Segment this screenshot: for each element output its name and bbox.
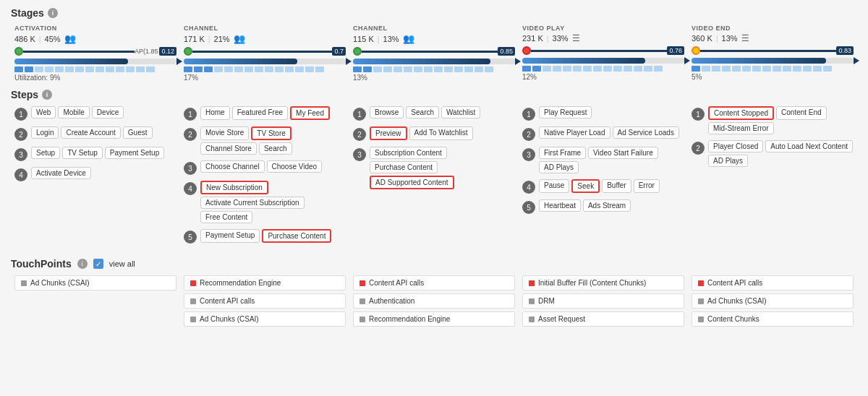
tag-search2[interactable]: Search [406, 106, 439, 119]
tag-payment-setup2[interactable]: Payment Setup [200, 229, 260, 243]
step-tags: Play Request [539, 106, 592, 119]
tag-tv-store[interactable]: TV Store [251, 126, 291, 140]
tp-item-drm[interactable]: DRM [522, 293, 684, 309]
step-tags: Setup TV Setup Payment Setup [31, 147, 164, 159]
tag-first-frame[interactable]: First Frame [539, 147, 586, 159]
tp-dot [190, 317, 196, 322]
tag-preview[interactable]: Preview [370, 126, 407, 140]
steps-info-icon[interactable]: i [42, 90, 52, 100]
dot [414, 66, 422, 72]
tag-subscription-content[interactable]: Subscription Content [370, 147, 447, 159]
tag-payment-setup[interactable]: Payment Setup [105, 147, 164, 159]
tag-featured-free[interactable]: Featured Free [232, 106, 288, 120]
tag-movie-store[interactable]: Movie Store [200, 126, 249, 140]
tp-item-content-chunks[interactable]: Content Chunks [692, 311, 854, 327]
dot [214, 66, 223, 72]
tag-pause[interactable]: Pause [539, 179, 569, 193]
tag-native-player-load[interactable]: Native Player Load [539, 126, 610, 139]
tag-channel-store[interactable]: Channel Store [200, 142, 257, 155]
tp-item-asset-request[interactable]: Asset Request [522, 311, 684, 327]
tag-content-end[interactable]: Content End [776, 106, 827, 120]
tag-content-stopped[interactable]: Content Stopped [708, 106, 774, 120]
step-number: 2 [353, 128, 366, 141]
tag-activate-device[interactable]: Activate Device [31, 167, 91, 179]
tag-play-request[interactable]: Play Request [539, 106, 592, 119]
tag-choose-video[interactable]: Choose Video [267, 160, 323, 173]
tp-item-recommendation-engine[interactable]: Recommendation Engine [184, 275, 346, 290]
tag-new-subscription[interactable]: New Subscription [200, 181, 268, 194]
tag-setup[interactable]: Setup [31, 147, 60, 159]
stage-videoplay-percent: 33% [553, 34, 569, 43]
step-number: 2 [522, 128, 535, 141]
step-item: 4 Pause Seek Buffer Error [522, 179, 684, 194]
tag-purchase-content[interactable]: Purchase Content [262, 229, 331, 243]
tag-heartbeat[interactable]: Heartbeat [539, 199, 581, 212]
step-number: 2 [692, 142, 705, 155]
dot [353, 66, 362, 72]
tag-guest[interactable]: Guest [123, 126, 153, 139]
tag-free-content[interactable]: Free Content [200, 211, 252, 223]
stage-videoend-stats: 360 K | 13% ☰ [692, 33, 854, 43]
tag-login[interactable]: Login [31, 126, 59, 139]
tag-my-feed[interactable]: My Feed [290, 106, 330, 120]
dot [573, 66, 582, 72]
step-tags: Movie Store TV Store Channel Store Searc… [200, 126, 346, 155]
tag-activate-current[interactable]: Activate Current Subscription [200, 197, 305, 209]
tag-create-account[interactable]: Create Account [61, 126, 120, 139]
videoend-dots [692, 66, 854, 72]
dot [542, 66, 551, 72]
tp-item-ad-chunks3[interactable]: Ad Chunks (CSAI) [692, 293, 854, 309]
tag-ad-service-loads[interactable]: Ad Service Loads [613, 126, 679, 139]
tp-dot [190, 298, 196, 304]
view-all-label[interactable]: view all [109, 259, 135, 268]
view-all-checkbox[interactable]: ✓ [93, 259, 103, 269]
tp-item-ad-chunks2[interactable]: Ad Chunks (CSAI) [184, 311, 346, 327]
tag-home[interactable]: Home [200, 106, 230, 120]
tag-seek[interactable]: Seek [571, 179, 600, 193]
tag-mobile[interactable]: Mobile [58, 106, 89, 119]
tag-video-start-failure[interactable]: Video Start Failure [588, 147, 658, 159]
tag-device[interactable]: Device [92, 106, 124, 119]
tag-midstream-error[interactable]: Mid-Stream Error [708, 122, 774, 134]
step-number: 1 [184, 108, 197, 121]
tp-item-authentication[interactable]: Authentication [353, 293, 515, 309]
tag-buffer[interactable]: Buffer [602, 179, 631, 193]
channel1-progress-arrow [346, 58, 352, 65]
tag-web[interactable]: Web [31, 106, 56, 119]
tag-ads-stream[interactable]: Ads Stream [583, 199, 631, 212]
steps-row: 1 Web Mobile Device 2 Login Create Accou… [11, 106, 857, 249]
tag-search[interactable]: Search [259, 142, 292, 155]
tp-item-content-api2[interactable]: Content API calls [353, 275, 515, 290]
tp-item-content-api[interactable]: Content API calls [184, 293, 346, 309]
tag-add-to-watchlist[interactable]: Add To Watchlist [409, 126, 473, 140]
tp-item-recommendation2[interactable]: Recommendation Engine [353, 311, 515, 327]
tag-tv-setup[interactable]: TV Setup [62, 147, 103, 159]
dot [305, 66, 314, 72]
tp-item-content-api3[interactable]: Content API calls [692, 275, 854, 290]
tag-auto-load-next[interactable]: Auto Load Next Content [765, 140, 853, 152]
tag-purchase-content2[interactable]: Purchase Content [370, 161, 438, 173]
step-item: 1 Web Mobile Device [14, 106, 176, 121]
tag-ad-plays2[interactable]: AD Plays [708, 155, 748, 167]
tp-item-initial-buffer[interactable]: Initial Buffer Fill (Content Chunks) [522, 275, 684, 290]
tp-label: Content API calls [369, 279, 424, 287]
tp-col-3: Initial Buffer Fill (Content Chunks) DRM… [519, 275, 688, 330]
tag-choose-channel[interactable]: Choose Channel [200, 160, 265, 173]
tp-label: DRM [538, 297, 555, 305]
steps-col-channel2: 1 Browse Search Watchlist 2 Preview Add … [349, 106, 519, 249]
score-badge5: 0.83 [836, 46, 854, 55]
stage-channel2-stats: 115 K | 13% 👥 [353, 33, 515, 44]
stages-section: Stages i ACTIVATION 486 K | 45% 👥 AP(1.8… [11, 7, 857, 82]
tag-watchlist[interactable]: Watchlist [441, 106, 480, 119]
stages-info-icon[interactable]: i [48, 8, 58, 18]
touchpoints-info-icon[interactable]: i [77, 259, 88, 269]
channel1-progress-fill [184, 59, 297, 64]
tag-ad-supported[interactable]: AD Supported Content [370, 176, 454, 189]
tag-error[interactable]: Error [634, 179, 660, 193]
step-item: 1 Play Request [522, 106, 684, 121]
tag-browse[interactable]: Browse [370, 106, 404, 119]
tag-player-closed[interactable]: Player Closed [708, 140, 763, 152]
tag-ad-plays[interactable]: AD Plays [539, 161, 579, 173]
step-item: 3 Choose Channel Choose Video [184, 160, 346, 175]
tp-item-ad-chunks-csai[interactable]: Ad Chunks (CSAI) [14, 275, 176, 290]
